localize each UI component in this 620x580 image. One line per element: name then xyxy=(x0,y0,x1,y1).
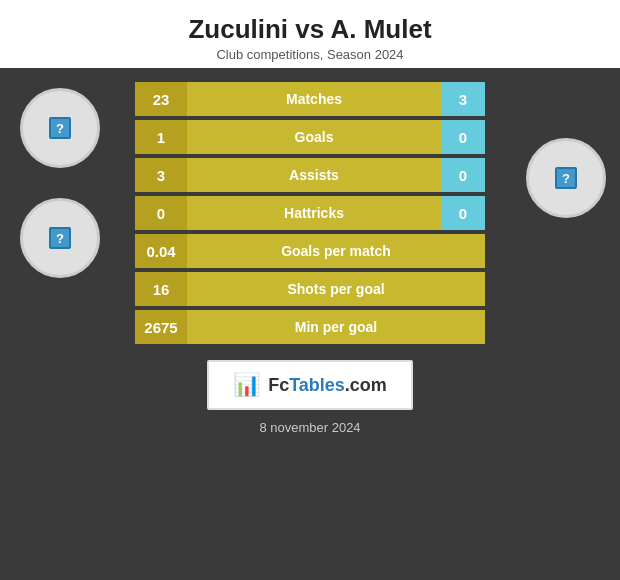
stat-label-min-per-goal: Min per goal xyxy=(187,310,485,344)
stat-label-goals-per-match: Goals per match xyxy=(187,234,485,268)
stat-right-matches: 3 xyxy=(441,82,485,116)
stat-row-shots-per-goal: 16Shots per goal xyxy=(135,272,485,306)
avatar-left-top-icon: ? xyxy=(49,117,71,139)
stat-row-min-per-goal: 2675Min per goal xyxy=(135,310,485,344)
stat-left-min-per-goal: 2675 xyxy=(135,310,187,344)
stat-left-hattricks: 0 xyxy=(135,196,187,230)
title-section: Zuculini vs A. Mulet Club competitions, … xyxy=(0,0,620,68)
stat-right-goals: 0 xyxy=(441,120,485,154)
stats-container: 23Matches31Goals03Assists00Hattricks00.0… xyxy=(135,82,485,344)
stat-label-matches: Matches xyxy=(187,82,441,116)
stat-row-goals-per-match: 0.04Goals per match xyxy=(135,234,485,268)
stat-label-assists: Assists xyxy=(187,158,441,192)
avatar-left-bottom-icon: ? xyxy=(49,227,71,249)
stat-left-shots-per-goal: 16 xyxy=(135,272,187,306)
avatar-right: ? xyxy=(526,138,606,218)
logo-area: 📊 FcTables.com xyxy=(207,360,413,410)
stat-left-goals-per-match: 0.04 xyxy=(135,234,187,268)
stat-left-assists: 3 xyxy=(135,158,187,192)
avatar-right-icon: ? xyxy=(555,167,577,189)
page-title: Zuculini vs A. Mulet xyxy=(10,14,610,45)
stat-row-goals: 1Goals0 xyxy=(135,120,485,154)
logo-icon: 📊 xyxy=(233,372,260,398)
avatar-left-top: ? xyxy=(20,88,100,168)
stat-row-matches: 23Matches3 xyxy=(135,82,485,116)
stat-label-goals: Goals xyxy=(187,120,441,154)
logo-text: FcTables.com xyxy=(268,375,387,396)
stat-left-goals: 1 xyxy=(135,120,187,154)
avatar-left-bottom: ? xyxy=(20,198,100,278)
date-footer: 8 november 2024 xyxy=(259,420,360,435)
stat-label-hattricks: Hattricks xyxy=(187,196,441,230)
stat-right-hattricks: 0 xyxy=(441,196,485,230)
stat-row-hattricks: 0Hattricks0 xyxy=(135,196,485,230)
stat-right-assists: 0 xyxy=(441,158,485,192)
page-subtitle: Club competitions, Season 2024 xyxy=(10,47,610,62)
content-area: ? ? ? 23Matches31Goals03Assists00Hattric… xyxy=(0,68,620,580)
stat-left-matches: 23 xyxy=(135,82,187,116)
stat-label-shots-per-goal: Shots per goal xyxy=(187,272,485,306)
stat-row-assists: 3Assists0 xyxy=(135,158,485,192)
page-wrapper: Zuculini vs A. Mulet Club competitions, … xyxy=(0,0,620,580)
